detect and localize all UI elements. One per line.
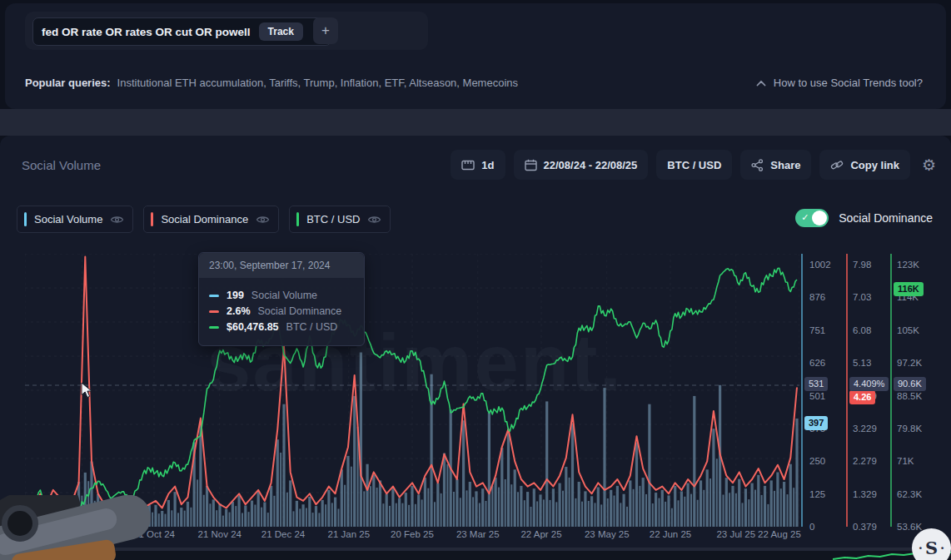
axis-tick-label: 5.13	[853, 357, 871, 369]
xaxis-label: 22 Jun 25	[650, 529, 692, 539]
axis-tick-label: 105K	[897, 325, 919, 336]
xaxis-label: 23 Jul 25	[716, 529, 755, 539]
axis-tick-label: 626	[809, 357, 825, 369]
tooltip-header: 23:00, September 17, 2024	[199, 253, 364, 278]
series-dash-icon	[209, 310, 219, 313]
add-query-button[interactable]: +	[313, 17, 338, 44]
figure-lens-shape	[2, 505, 38, 542]
axis-tick-label: 62.3K	[897, 488, 922, 500]
legend-chip-btc-usd[interactable]: BTC / USD	[289, 206, 391, 233]
popular-queries-label: Popular queries:	[25, 77, 111, 89]
copy-link-label: Copy link	[850, 159, 899, 171]
axis-tick-label: 88.5K	[897, 390, 922, 402]
calendar-icon	[525, 159, 537, 171]
legend-label: BTC / USD	[306, 213, 360, 225]
settings-button[interactable]: ⚙	[919, 150, 939, 180]
social-volume-axis: 10028767516265013752501250	[809, 254, 851, 537]
tooltip-value: 2.6%	[227, 305, 251, 317]
date-range-button[interactable]: 22/08/24 - 22/08/25	[514, 150, 649, 180]
xaxis-label: 21 Jan 25	[328, 529, 371, 539]
btc-usd-axis: 123K114K105K97.2K88.5K79.8K71K62.3K53.6K	[897, 254, 939, 537]
copy-link-button[interactable]: Copy link	[819, 150, 910, 180]
xaxis-label: 23 May 25	[585, 529, 630, 539]
page-background-band	[0, 109, 951, 136]
axis-tick-label: 501	[809, 390, 825, 402]
axis-tick-label: 1.329	[853, 488, 877, 500]
xaxis-label: 22 Aug 25	[758, 529, 801, 539]
eye-icon[interactable]	[367, 215, 381, 225]
axis-tick-label: 0.379	[853, 521, 877, 533]
btc-usd-crosshair-badge: 90.6K	[894, 377, 926, 391]
social-volume-crosshair-badge: 531	[804, 377, 828, 391]
btc-usd-last-value-badge: 116K	[894, 282, 924, 296]
xaxis-label: 22 Apr 25	[520, 529, 561, 539]
axis-tick-label: 7.03	[853, 291, 871, 303]
pair-label: BTC / USD	[667, 159, 721, 171]
social-dominance-toggle[interactable]: ✓	[795, 209, 829, 227]
chart-plot-area[interactable]	[25, 254, 799, 527]
series-dash-icon	[209, 295, 219, 297]
axis-tick-label: 125	[809, 488, 825, 500]
social-trends-page: fed OR rate OR rates OR cut OR powell Tr…	[0, 0, 951, 560]
query-bar: fed OR rate OR rates OR cut OR powell Tr…	[25, 12, 428, 50]
legend-color-bar	[24, 212, 27, 226]
share-button[interactable]: Share	[740, 150, 811, 180]
eye-icon[interactable]	[110, 215, 124, 225]
tooltip-body: 199 Social Volume 2.6% Social Dominance …	[199, 278, 364, 345]
logo-dot: ·	[940, 541, 944, 556]
legend-chip-social-dominance[interactable]: Social Dominance	[143, 206, 279, 233]
axis-tick-label: 7.98	[853, 259, 871, 270]
social-volume-last-value-badge: 397	[804, 416, 828, 430]
social-volume-panel: Social Volume 1d 22/08/24 - 22/08/25 BTC…	[0, 136, 951, 548]
social-volume-axis-line	[801, 254, 803, 527]
corner-overlay-figure	[0, 495, 158, 560]
tooltip-label: Social Volume	[251, 290, 317, 301]
legend-row: Social Volume Social Dominance BTC / USD	[17, 206, 391, 233]
axis-tick-label: 71K	[897, 455, 914, 467]
tooltip-row-social-dominance: 2.6% Social Dominance	[209, 305, 354, 317]
chevron-up-icon	[756, 80, 766, 87]
axis-tick-label: 97.2K	[897, 357, 922, 369]
axis-tick-label: 250	[809, 455, 825, 467]
axis-tick-label: 123K	[897, 259, 919, 270]
axis-tick-label: 751	[809, 325, 825, 336]
toggle-label: Social Dominance	[839, 211, 933, 225]
social-dominance-last-value-badge: 4.26	[849, 390, 875, 404]
series-dash-icon	[209, 326, 219, 329]
tooltip-row-btc-usd: $60,476.85 BTC / USD	[209, 321, 354, 333]
date-range-label: 22/08/24 - 22/08/25	[544, 159, 638, 171]
axis-tick-label: 2.279	[853, 455, 877, 467]
pair-button[interactable]: BTC / USD	[656, 150, 732, 180]
xaxis-label: 23 Mar 25	[456, 529, 500, 539]
tooltip-value: 199	[227, 290, 244, 301]
check-icon: ✓	[801, 212, 809, 223]
query-tag[interactable]: fed OR rate OR rates OR cut OR powell Tr…	[32, 17, 331, 46]
axis-tick-label: 3.229	[853, 423, 877, 434]
gear-icon: ⚙	[922, 156, 936, 175]
help-link-label: How to use Social Trends tool?	[774, 77, 923, 89]
search-card: fed OR rate OR rates OR cut OR powell Tr…	[5, 3, 946, 109]
interval-icon	[461, 160, 475, 171]
popular-queries-list[interactable]: Institutional ETH accumulation, Tariffs,…	[117, 77, 518, 89]
chart-tooltip: 23:00, September 17, 2024 199 Social Vol…	[198, 252, 365, 346]
axis-tick-label: 1002	[809, 259, 831, 270]
logo-letter: S	[925, 539, 938, 557]
popular-queries: Popular queries:Institutional ETH accumu…	[25, 77, 518, 89]
logo-dot: ·	[919, 541, 923, 556]
help-link[interactable]: How to use Social Trends tool?	[756, 77, 923, 89]
tooltip-label: Social Dominance	[258, 305, 342, 317]
link-icon	[830, 159, 844, 171]
toggle-knob	[812, 211, 827, 225]
legend-chip-social-volume[interactable]: Social Volume	[17, 206, 133, 233]
axis-tick-label: 53.6K	[897, 521, 922, 533]
xaxis-label: 21 Nov 24	[198, 529, 241, 539]
interval-button[interactable]: 1d	[451, 150, 505, 180]
social-dominance-crosshair-badge: 4.409%	[849, 377, 889, 391]
tooltip-row-social-volume: 199 Social Volume	[209, 290, 354, 301]
tooltip-value: $60,476.85	[227, 321, 279, 333]
share-icon	[751, 159, 764, 171]
axis-tick-label: 6.08	[853, 325, 871, 336]
eye-icon[interactable]	[256, 215, 270, 225]
xaxis-label: 21 Dec 24	[261, 529, 305, 539]
track-button[interactable]: Track	[259, 22, 303, 41]
